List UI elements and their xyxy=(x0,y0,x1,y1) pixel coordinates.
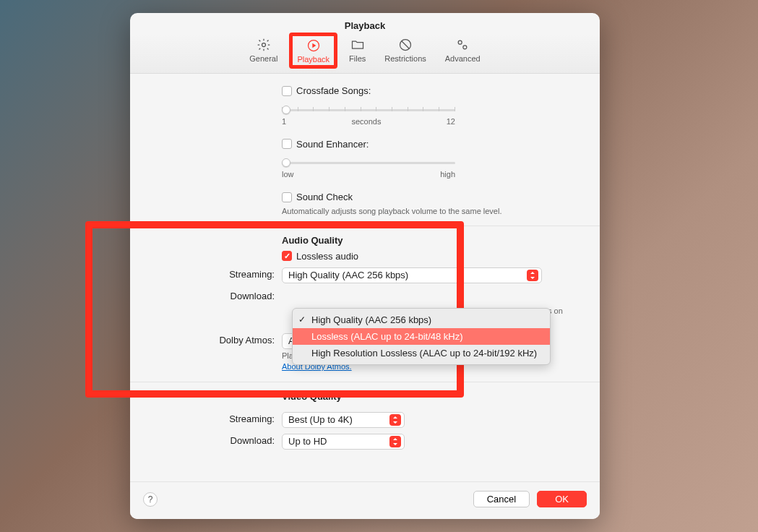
tab-advanced-label: Advanced xyxy=(445,54,481,63)
check-icon: ✓ xyxy=(298,314,306,325)
tab-files[interactable]: Files xyxy=(346,35,369,66)
tab-general-label: General xyxy=(249,54,277,63)
dropdown-option-hires-lossless[interactable]: High Resolution Lossless (ALAC up to 24-… xyxy=(293,345,550,361)
streaming-select[interactable]: High Quality (AAC 256 kbps) xyxy=(282,267,542,283)
select-arrows-icon xyxy=(389,436,401,447)
streaming-value: High Quality (AAC 256 kbps) xyxy=(288,270,408,280)
crossfade-unit: seconds xyxy=(351,117,381,126)
video-streaming-select[interactable]: Best (Up to 4K) xyxy=(282,412,405,428)
play-icon xyxy=(306,38,322,53)
enhancer-low: low xyxy=(282,170,294,179)
video-quality-heading: Video Quality xyxy=(282,391,578,402)
svg-point-4 xyxy=(463,46,467,49)
dolby-label: Dolby Atmos: xyxy=(152,333,282,346)
soundcheck-checkbox[interactable]: Sound Check xyxy=(282,192,353,202)
preferences-toolbar: General Playback Files Restrictions Adva… xyxy=(130,34,600,74)
help-button[interactable]: ? xyxy=(143,492,158,507)
cancel-button[interactable]: Cancel xyxy=(473,491,530,507)
tab-playback-label: Playback xyxy=(297,55,330,64)
crossfade-slider[interactable] xyxy=(282,104,455,116)
soundcheck-label: Sound Check xyxy=(296,192,353,202)
enhancer-slider[interactable] xyxy=(282,157,455,168)
tab-general[interactable]: General xyxy=(246,35,280,66)
crossfade-max: 12 xyxy=(447,117,455,126)
video-streaming-value: Best (Up to 4K) xyxy=(288,414,353,425)
enhancer-label: Sound Enhancer: xyxy=(296,139,369,150)
lossless-checkbox[interactable]: ✓ Lossless audio xyxy=(282,251,358,262)
download-dropdown-menu: ✓ High Quality (AAC 256 kbps) Lossless (… xyxy=(292,308,551,365)
folder-icon xyxy=(350,37,366,53)
enhancer-high: high xyxy=(440,170,455,179)
gears-icon xyxy=(455,37,470,53)
audio-quality-heading: Audio Quality xyxy=(282,235,578,246)
checkbox-checked-icon: ✓ xyxy=(282,251,292,261)
svg-point-3 xyxy=(458,40,462,44)
video-download-label: Download: xyxy=(152,434,282,446)
content-area: Crossfade Songs: 1 seconds 12 xyxy=(130,74,600,493)
video-download-select[interactable]: Up to HD xyxy=(282,434,405,450)
streaming-label: Streaming: xyxy=(152,267,282,280)
lossless-label: Lossless audio xyxy=(296,251,358,262)
select-arrows-icon xyxy=(389,414,401,426)
select-arrows-icon xyxy=(527,270,538,281)
dropdown-option-lossless[interactable]: Lossless (ALAC up to 24-bit/48 kHz) xyxy=(293,328,550,345)
no-icon xyxy=(397,37,413,53)
tab-advanced[interactable]: Advanced xyxy=(442,35,483,66)
crossfade-checkbox[interactable]: Crossfade Songs: xyxy=(282,85,371,96)
soundcheck-desc: Automatically adjusts song playback volu… xyxy=(282,206,578,217)
gear-icon xyxy=(256,37,272,53)
tab-files-label: Files xyxy=(349,54,366,63)
window-title: Playback xyxy=(130,13,600,34)
crossfade-min: 1 xyxy=(282,117,286,126)
crossfade-label: Crossfade Songs: xyxy=(296,85,371,96)
checkbox-icon xyxy=(282,139,292,149)
tab-restrictions-label: Restrictions xyxy=(384,54,426,63)
checkbox-icon xyxy=(282,86,292,96)
video-streaming-label: Streaming: xyxy=(152,412,282,424)
preferences-window: Playback General Playback Files Restrict… xyxy=(130,13,600,519)
tab-playback[interactable]: Playback xyxy=(289,33,337,69)
enhancer-checkbox[interactable]: Sound Enhancer: xyxy=(282,139,369,150)
video-download-value: Up to HD xyxy=(288,436,327,447)
tab-restrictions[interactable]: Restrictions xyxy=(382,35,428,66)
svg-point-0 xyxy=(262,43,265,47)
dropdown-option-high-quality[interactable]: ✓ High Quality (AAC 256 kbps) xyxy=(293,312,550,328)
download-label: Download: xyxy=(152,289,282,301)
footer: ? Cancel OK xyxy=(130,481,600,519)
checkbox-icon xyxy=(282,192,292,202)
ok-button[interactable]: OK xyxy=(537,491,587,507)
